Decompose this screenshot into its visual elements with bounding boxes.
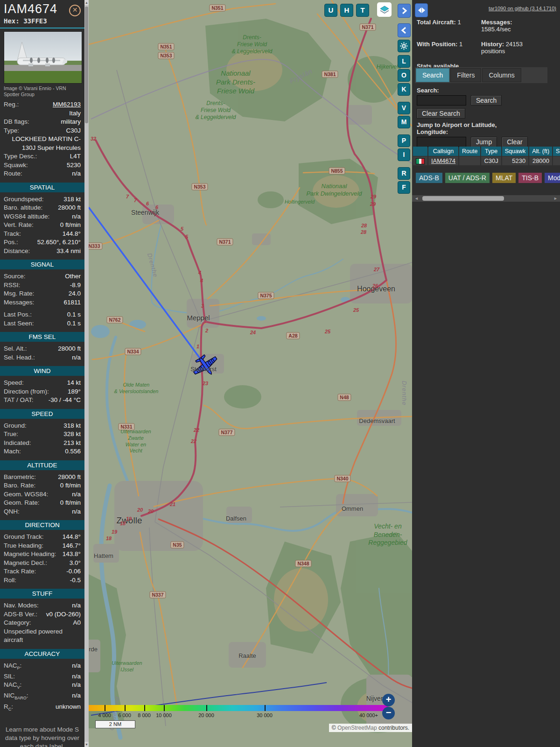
aircraft-photo[interactable] (4, 31, 82, 84)
detail-row: Barometric:28000 ft (4, 473, 81, 482)
col-flag[interactable] (413, 147, 427, 156)
map-letter-button-i[interactable]: I (398, 148, 410, 161)
zoom-out-button[interactable]: − (382, 707, 395, 719)
altitude-tick (105, 705, 105, 711)
divider (0, 28, 84, 28)
left-panel-scrollbar[interactable]: ▲ ▼ (84, 0, 89, 747)
panel-width-toggle[interactable] (415, 3, 428, 17)
tar1090-app: IAM4674 ✕ Hex: 33FFE3 Image © (0, 0, 560, 747)
detail-row: RSSI:-8.9 (4, 281, 81, 290)
scroll-left-icon[interactable]: ◄ (414, 196, 419, 201)
chevron-right-icon (400, 7, 408, 14)
altitude-tick (144, 705, 145, 711)
detail-row: Italy (4, 109, 81, 118)
table-row[interactable]: IAM4674 C30J 5230 28000 (413, 156, 560, 165)
table-horizontal-scrollbar[interactable]: ◄ ► (412, 195, 560, 202)
map-letter-button-r[interactable]: R (398, 167, 410, 180)
map-letter-button-p[interactable]: P (398, 134, 410, 147)
col-callsign[interactable]: Callsign (428, 147, 458, 156)
osm-link[interactable]: OpenStreetMap (337, 725, 377, 731)
map-button-u[interactable]: U (324, 4, 337, 17)
collapse-left-button[interactable] (398, 23, 411, 37)
tab-search[interactable]: Search (416, 68, 449, 82)
jump-clear-button[interactable]: Clear (502, 137, 527, 147)
map-letter-button-l[interactable]: L (398, 55, 410, 68)
tab-filters[interactable]: Filters (450, 68, 481, 82)
row-route (459, 156, 480, 165)
altitude-tick-label: 8 000 (138, 712, 151, 718)
col-spd[interactable]: Spd (553, 147, 560, 156)
detail-row: Direction (from):189° (4, 388, 81, 396)
search-button[interactable]: Search (471, 95, 502, 106)
with-position-value: 1 (459, 41, 462, 48)
map-letter-button-f[interactable]: F (398, 181, 410, 194)
aircraft-trail (89, 207, 205, 366)
detail-row: Type:C30J (4, 127, 81, 135)
list-tabs: SearchFiltersColumns (415, 67, 547, 83)
scroll-right-icon[interactable]: ► (553, 196, 558, 201)
map-button-h[interactable]: H (340, 4, 353, 17)
table-header-row: Callsign Route Type Squawk Alt. (ft) Spd (413, 147, 560, 156)
hex-value: 33FFE3 (23, 17, 47, 25)
section-header: ALTITUDE (0, 460, 84, 470)
map-letter-button-k[interactable]: K (398, 83, 410, 96)
close-icon[interactable]: ✕ (69, 5, 81, 16)
settings-button[interactable] (398, 40, 410, 52)
section-header: FMS SEL (0, 332, 84, 342)
detail-row: ADS-B Ver.:v0 (DO-260) (4, 610, 81, 619)
messages-label: Messages: (481, 19, 512, 26)
detail-row: SIL:n/a (4, 672, 81, 681)
map-scale: 2 NM (95, 720, 135, 728)
detail-row: Track:144.8° (4, 230, 81, 239)
clear-search-button[interactable]: Clear Search (417, 108, 465, 119)
map-attribution: © OpenStreetMap contributors. (329, 724, 412, 732)
zoom-in-button[interactable]: + (382, 694, 395, 706)
attribution-prefix: © (332, 725, 337, 731)
altitude-tick-label: 6 000 (118, 712, 131, 718)
detail-row: Roll:-0.5 (4, 576, 81, 585)
map-letter-button-v[interactable]: V (398, 102, 410, 114)
expand-right-button[interactable] (398, 4, 411, 18)
section-header: SPATIAL (0, 183, 84, 192)
detail-row: Last Seen:0.1 s (4, 319, 81, 328)
scrollbar-thumb[interactable] (85, 7, 88, 123)
map-letter-button-o[interactable]: O (398, 69, 410, 82)
aircraft-detail-panel: IAM4674 ✕ Hex: 33FFE3 Image © (0, 0, 84, 747)
tab-columns[interactable]: Columns (482, 68, 521, 82)
detail-row: Ground:318 kt (4, 422, 81, 430)
altitude-tick (164, 705, 165, 711)
map-canvas[interactable]: N351N371N351N353N381N855N353N371N333N375… (89, 0, 412, 747)
col-alt[interactable]: Alt. (ft) (529, 147, 552, 156)
detail-row: Magnetic Heading:143.8° (4, 550, 81, 559)
source-badge-ads-b: ADS-B (416, 173, 442, 183)
jump-input[interactable] (417, 137, 466, 147)
detail-row: Pos.:52.650°, 6.210° (4, 238, 81, 247)
github-version-link[interactable]: tar1090 on github (3.14.1710) (489, 6, 556, 11)
scroll-down-icon[interactable]: ▼ (84, 742, 89, 747)
h-scrollbar-thumb[interactable] (422, 196, 504, 201)
section-header: SPEED (0, 409, 84, 419)
detail-row: QNH:n/a (4, 507, 81, 516)
col-route[interactable]: Route (459, 147, 480, 156)
photo-plane-silhouette (4, 32, 82, 83)
col-type[interactable]: Type (481, 147, 501, 156)
altitude-tick (125, 705, 126, 711)
col-squawk[interactable]: Squawk (502, 147, 528, 156)
detail-row: NACV:n/a (4, 681, 81, 691)
jump-button[interactable]: Jump (471, 137, 497, 147)
row-callsign-link[interactable]: IAM4674 (428, 156, 458, 165)
search-input[interactable] (417, 95, 466, 106)
total-aircraft-value: 1 (457, 19, 461, 26)
scroll-up-icon[interactable]: ▲ (84, 0, 89, 5)
source-badge-mlat: MLAT (492, 173, 516, 183)
hex-code: Hex: 33FFE3 (4, 17, 81, 25)
messages-value: 1585.4/sec (481, 26, 511, 33)
layers-button[interactable] (377, 2, 392, 17)
map-letter-button-m[interactable]: M (398, 116, 410, 128)
detail-row: Last Pos.:0.1 s (4, 310, 81, 319)
source-badge-mode-s: Mode-S (545, 173, 560, 183)
map-button-t[interactable]: T (356, 4, 369, 17)
messages-rate: Messages: 1585.4/sec (481, 19, 556, 33)
triangle-left-icon (418, 7, 421, 13)
gear-icon (400, 42, 408, 50)
